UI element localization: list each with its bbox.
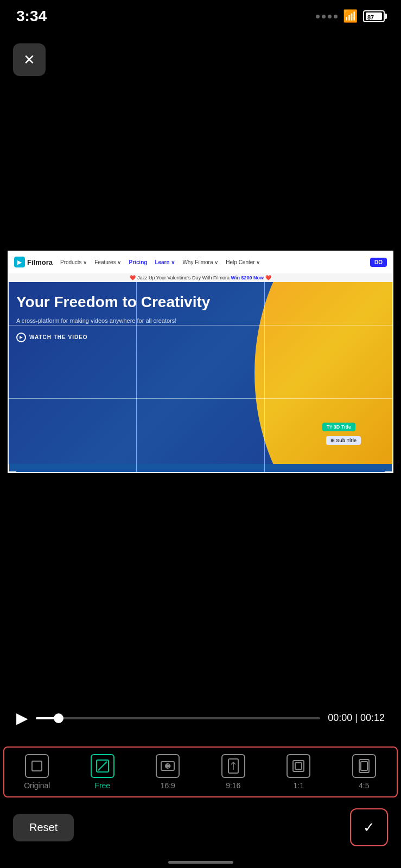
confirm-checkmark-icon: ✓ [363, 819, 375, 836]
close-icon: ✕ [23, 52, 35, 68]
video-container: ▶ Filmora Products ∨ Features ∨ Pricing … [8, 251, 393, 473]
progress-track[interactable] [36, 717, 320, 719]
ratio-16-9-label: 16:9 [161, 781, 175, 790]
ratio-9-16[interactable]: 9:16 [214, 754, 252, 790]
svg-line-2 [98, 762, 107, 770]
svg-rect-0 [32, 761, 42, 771]
battery-indicator: 87 [363, 10, 385, 22]
corner-br[interactable] [385, 464, 393, 473]
ratio-free-label: Free [94, 781, 110, 790]
ratio-16-9-icon [156, 754, 180, 778]
crop-grid [9, 252, 392, 472]
reset-button[interactable]: Reset [13, 814, 74, 841]
corner-tr[interactable] [385, 251, 393, 259]
progress-thumb[interactable] [54, 713, 63, 723]
grid-line-v1 [136, 252, 137, 472]
ratio-9-16-icon [221, 754, 245, 778]
ratio-9-16-label: 9:16 [226, 781, 240, 790]
ratio-16-9[interactable]: 16:9 [149, 754, 187, 790]
grid-line-h2 [9, 398, 392, 399]
bottom-bar: Reset ✓ [0, 808, 401, 846]
ratio-free-icon [91, 754, 114, 778]
ratio-4-5-label: 4:5 [359, 781, 369, 790]
confirm-button[interactable]: ✓ [350, 808, 388, 846]
time-display: 00:00 | 00:12 [328, 712, 385, 724]
wifi-icon: 📶 [343, 9, 358, 23]
home-indicator [168, 861, 233, 864]
ratio-free[interactable]: Free [84, 754, 122, 790]
playback-controls: ▶ 00:00 | 00:12 [0, 709, 401, 727]
corner-tl[interactable] [8, 251, 16, 259]
status-bar: 3:34 📶 87 [0, 0, 401, 33]
crop-toolbar: Original Free 16:9 [3, 746, 398, 797]
signal-dots [316, 15, 338, 18]
svg-rect-11 [295, 763, 302, 769]
ratio-4-5[interactable]: 4:5 [345, 754, 383, 790]
ratio-original-label: Original [24, 781, 50, 790]
grid-line-h1 [9, 325, 392, 326]
ratio-original-icon [25, 754, 49, 778]
ratio-original[interactable]: Original [18, 754, 56, 790]
status-time: 3:34 [16, 8, 47, 25]
close-button[interactable]: ✕ [13, 43, 46, 76]
ratio-1-1[interactable]: 1:1 [279, 754, 317, 790]
play-button[interactable]: ▶ [16, 709, 28, 727]
crop-overlay [8, 251, 393, 473]
ratio-4-5-icon [352, 754, 376, 778]
ratio-1-1-icon [287, 754, 310, 778]
ratio-1-1-label: 1:1 [294, 781, 304, 790]
status-icons: 📶 87 [316, 9, 385, 23]
corner-bl[interactable] [8, 464, 16, 473]
svg-rect-13 [361, 762, 367, 770]
grid-line-v2 [264, 252, 265, 472]
battery-fill: 87 [366, 12, 382, 20]
